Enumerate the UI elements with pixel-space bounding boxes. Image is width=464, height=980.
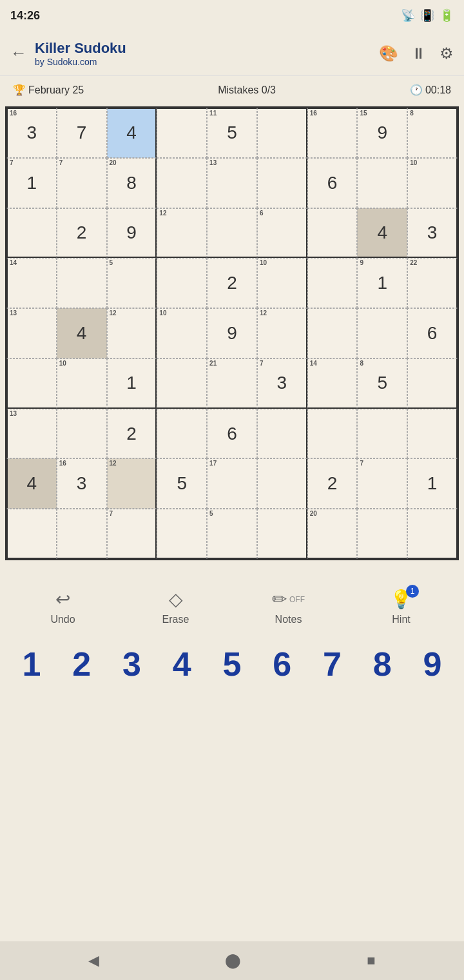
cell-3-8[interactable]: 22: [407, 258, 458, 308]
cell-2-2[interactable]: 9: [107, 208, 157, 259]
cell-8-4[interactable]: 5: [207, 509, 257, 559]
palette-icon[interactable]: 🎨: [379, 44, 398, 63]
cell-5-3[interactable]: [157, 358, 207, 409]
cell-4-5[interactable]: 12: [257, 308, 307, 358]
cell-2-6[interactable]: [307, 208, 358, 259]
cell-2-1[interactable]: 2: [57, 208, 107, 259]
cell-6-6[interactable]: [307, 409, 358, 459]
notes-button[interactable]: ✏ OFF Notes: [263, 589, 314, 625]
cell-8-1[interactable]: [57, 509, 107, 559]
cell-0-8[interactable]: 8: [407, 108, 458, 158]
cell-7-3[interactable]: 5: [157, 458, 207, 509]
cell-3-2[interactable]: 5: [107, 258, 157, 308]
cell-1-0[interactable]: 71: [6, 158, 57, 208]
cell-4-8[interactable]: 6: [407, 308, 458, 358]
cell-1-5[interactable]: [257, 158, 307, 208]
cell-8-5[interactable]: [257, 509, 307, 559]
cell-0-1[interactable]: 7: [57, 108, 107, 158]
undo-button[interactable]: ↩ Undo: [37, 589, 89, 625]
cell-2-5[interactable]: 6: [257, 208, 307, 259]
cell-7-0[interactable]: 4: [6, 458, 57, 509]
cell-3-7[interactable]: 91: [357, 258, 407, 308]
settings-icon[interactable]: ⚙: [440, 44, 454, 63]
cell-2-3[interactable]: 12: [157, 208, 207, 259]
cell-2-7[interactable]: 4: [357, 208, 407, 259]
cell-3-3[interactable]: [157, 258, 207, 308]
cell-0-5[interactable]: [257, 108, 307, 158]
cell-0-7[interactable]: 159: [357, 108, 407, 158]
cell-0-3[interactable]: [157, 108, 207, 158]
cell-1-6[interactable]: 6: [307, 158, 358, 208]
numpad-9[interactable]: 9: [413, 645, 452, 683]
numpad-1[interactable]: 1: [12, 645, 51, 683]
nav-square-button[interactable]: ■: [367, 952, 375, 969]
cell-0-0[interactable]: 163: [6, 108, 57, 158]
hint-button[interactable]: 💡 1 Hint: [376, 589, 427, 625]
numpad-4[interactable]: 4: [162, 645, 201, 683]
cell-7-6[interactable]: 2: [307, 458, 358, 509]
erase-button[interactable]: ◇ Erase: [150, 589, 202, 625]
cell-5-8[interactable]: [407, 358, 458, 409]
cell-6-5[interactable]: [257, 409, 307, 459]
cell-7-1[interactable]: 163: [57, 458, 107, 509]
cell-6-2[interactable]: 2: [107, 409, 157, 459]
numpad-5[interactable]: 5: [213, 645, 251, 683]
cell-2-8[interactable]: 3: [407, 208, 458, 259]
cell-4-3[interactable]: 10: [157, 308, 207, 358]
cell-5-6[interactable]: 14: [307, 358, 358, 409]
cell-0-4[interactable]: 115: [207, 108, 257, 158]
cell-4-4[interactable]: 9: [207, 308, 257, 358]
cell-8-6[interactable]: 20: [307, 509, 358, 559]
cell-8-2[interactable]: 7: [107, 509, 157, 559]
cell-3-5[interactable]: 10: [257, 258, 307, 308]
cell-2-0[interactable]: [6, 208, 57, 259]
numpad-8[interactable]: 8: [363, 645, 401, 683]
cell-3-1[interactable]: [57, 258, 107, 308]
numpad-3[interactable]: 3: [112, 645, 151, 683]
cell-5-4[interactable]: 21: [207, 358, 257, 409]
cell-6-0[interactable]: 13: [6, 409, 57, 459]
cell-0-2[interactable]: 4: [107, 108, 157, 158]
nav-back-button[interactable]: ◀: [88, 952, 99, 969]
cell-2-4[interactable]: [207, 208, 257, 259]
cell-8-3[interactable]: [157, 509, 207, 559]
cell-0-6[interactable]: 16: [307, 108, 358, 158]
nav-home-button[interactable]: ⬤: [225, 952, 241, 969]
pause-icon[interactable]: ⏸: [411, 44, 427, 63]
cell-3-6[interactable]: [307, 258, 358, 308]
cell-8-0[interactable]: [6, 509, 57, 559]
cell-4-2[interactable]: 12: [107, 308, 157, 358]
cell-4-7[interactable]: [357, 308, 407, 358]
numpad-7[interactable]: 7: [313, 645, 351, 683]
cell-6-4[interactable]: 6: [207, 409, 257, 459]
cell-4-0[interactable]: 13: [6, 308, 57, 358]
cell-5-5[interactable]: 73: [257, 358, 307, 409]
cell-5-2[interactable]: 1: [107, 358, 157, 409]
cell-3-4[interactable]: 2: [207, 258, 257, 308]
cell-1-1[interactable]: 7: [57, 158, 107, 208]
cell-8-7[interactable]: [357, 509, 407, 559]
cell-1-4[interactable]: 13: [207, 158, 257, 208]
numpad-2[interactable]: 2: [63, 645, 101, 683]
cell-5-7[interactable]: 85: [357, 358, 407, 409]
cell-8-8[interactable]: [407, 509, 458, 559]
cell-6-7[interactable]: [357, 409, 407, 459]
cell-5-0[interactable]: [6, 358, 57, 409]
cell-6-3[interactable]: [157, 409, 207, 459]
back-button[interactable]: ←: [10, 43, 27, 63]
cell-4-1[interactable]: 4: [57, 308, 107, 358]
cell-4-6[interactable]: [307, 308, 358, 358]
cell-7-5[interactable]: [257, 458, 307, 509]
cell-7-2[interactable]: 12: [107, 458, 157, 509]
cell-6-8[interactable]: [407, 409, 458, 459]
cell-7-7[interactable]: 7: [357, 458, 407, 509]
cell-1-7[interactable]: [357, 158, 407, 208]
cell-3-0[interactable]: 14: [6, 258, 57, 308]
cell-7-8[interactable]: 1: [407, 458, 458, 509]
cell-6-1[interactable]: [57, 409, 107, 459]
cell-1-3[interactable]: [157, 158, 207, 208]
cell-5-1[interactable]: 10: [57, 358, 107, 409]
numpad-6[interactable]: 6: [263, 645, 302, 683]
cell-7-4[interactable]: 17: [207, 458, 257, 509]
cell-1-8[interactable]: 10: [407, 158, 458, 208]
